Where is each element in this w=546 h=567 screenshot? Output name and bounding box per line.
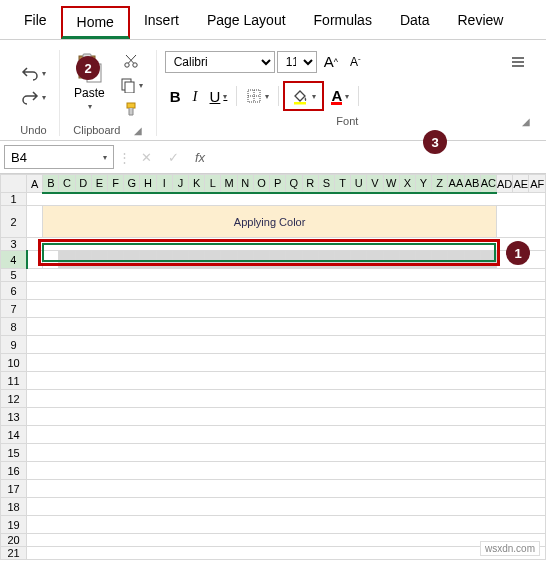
cell[interactable] xyxy=(351,251,367,269)
column-header[interactable]: AE xyxy=(513,175,529,193)
insert-function-button[interactable]: fx xyxy=(189,148,211,167)
tab-data[interactable]: Data xyxy=(386,6,444,39)
more-options-button[interactable] xyxy=(506,53,530,71)
row-header[interactable]: 11 xyxy=(1,372,27,390)
select-all-corner[interactable] xyxy=(1,175,27,193)
row-header[interactable]: 8 xyxy=(1,318,27,336)
cell[interactable] xyxy=(302,251,318,269)
row-header[interactable]: 12 xyxy=(1,390,27,408)
bold-button[interactable]: B xyxy=(165,85,186,108)
cell[interactable] xyxy=(383,251,399,269)
column-header[interactable]: F xyxy=(108,175,124,193)
name-box[interactable]: B4 ▾ xyxy=(4,145,114,169)
cell[interactable] xyxy=(318,251,334,269)
font-name-select[interactable]: Calibri xyxy=(165,51,275,73)
increase-font-button[interactable]: A^ xyxy=(319,50,343,73)
row-header[interactable]: 7 xyxy=(1,300,27,318)
borders-button[interactable]: ▾ xyxy=(241,85,274,107)
row-header[interactable]: 5 xyxy=(1,269,27,282)
enter-formula-button[interactable]: ✓ xyxy=(162,148,185,167)
column-header[interactable]: Y xyxy=(415,175,431,193)
column-header[interactable]: R xyxy=(302,175,318,193)
column-header[interactable]: A xyxy=(27,175,43,193)
underline-button[interactable]: U▾ xyxy=(205,85,233,108)
column-header[interactable]: K xyxy=(189,175,205,193)
cell[interactable] xyxy=(415,251,431,269)
cell[interactable] xyxy=(205,251,221,269)
row-header[interactable]: 14 xyxy=(1,426,27,444)
column-header[interactable]: N xyxy=(237,175,253,193)
copy-button[interactable]: ▾ xyxy=(115,74,148,96)
cell[interactable] xyxy=(189,251,205,269)
tab-insert[interactable]: Insert xyxy=(130,6,193,39)
row-header[interactable]: 3 xyxy=(1,238,27,251)
column-header[interactable]: AD xyxy=(496,175,512,193)
spreadsheet-grid[interactable]: A B C D E F G H I J K L M N O P Q R S T xyxy=(0,174,546,560)
cell-active[interactable] xyxy=(43,251,59,269)
row-header[interactable]: 16 xyxy=(1,462,27,480)
column-header[interactable]: AA xyxy=(448,175,464,193)
row-header[interactable]: 18 xyxy=(1,498,27,516)
row-header[interactable]: 13 xyxy=(1,408,27,426)
redo-button[interactable]: ▾ xyxy=(16,86,51,108)
row-header[interactable]: 19 xyxy=(1,516,27,534)
cell[interactable] xyxy=(172,251,188,269)
row-header[interactable]: 1 xyxy=(1,193,27,206)
format-painter-button[interactable] xyxy=(115,98,148,120)
row-header[interactable]: 10 xyxy=(1,354,27,372)
column-header[interactable]: AB xyxy=(464,175,480,193)
column-header[interactable]: P xyxy=(270,175,286,193)
cell[interactable] xyxy=(59,251,75,269)
row-header[interactable]: 15 xyxy=(1,444,27,462)
row-header[interactable]: 9 xyxy=(1,336,27,354)
column-header[interactable]: AC xyxy=(480,175,496,193)
cell[interactable] xyxy=(432,251,448,269)
dialog-launcher-icon[interactable]: ◢ xyxy=(522,116,530,127)
font-color-button[interactable]: A ▾ xyxy=(326,84,354,108)
decrease-font-button[interactable]: Aˇ xyxy=(345,52,366,72)
cell[interactable] xyxy=(124,251,140,269)
cell[interactable] xyxy=(91,251,107,269)
tab-file[interactable]: File xyxy=(10,6,61,39)
column-header[interactable]: O xyxy=(253,175,269,193)
column-header[interactable]: V xyxy=(367,175,383,193)
tab-review[interactable]: Review xyxy=(444,6,518,39)
cell[interactable] xyxy=(399,251,415,269)
tab-page-layout[interactable]: Page Layout xyxy=(193,6,300,39)
cell[interactable] xyxy=(237,251,253,269)
column-header[interactable]: H xyxy=(140,175,156,193)
column-header[interactable]: G xyxy=(124,175,140,193)
column-header[interactable]: T xyxy=(334,175,350,193)
formula-input[interactable] xyxy=(215,145,542,169)
column-header[interactable]: D xyxy=(75,175,91,193)
italic-button[interactable]: I xyxy=(188,85,203,108)
cell[interactable] xyxy=(334,251,350,269)
cell[interactable] xyxy=(253,251,269,269)
tab-home[interactable]: Home xyxy=(61,6,130,39)
column-header[interactable]: B xyxy=(43,175,59,193)
tab-formulas[interactable]: Formulas xyxy=(300,6,386,39)
cell[interactable] xyxy=(448,251,464,269)
row-header[interactable]: 6 xyxy=(1,282,27,300)
cell[interactable] xyxy=(156,251,172,269)
column-header[interactable]: Q xyxy=(286,175,302,193)
cell[interactable] xyxy=(464,251,480,269)
cell[interactable] xyxy=(108,251,124,269)
row-header[interactable]: 20 xyxy=(1,534,27,547)
font-size-select[interactable]: 11 xyxy=(277,51,317,73)
column-header[interactable]: AF xyxy=(529,175,546,193)
cell[interactable] xyxy=(221,251,237,269)
dialog-launcher-icon[interactable]: ◢ xyxy=(134,125,142,136)
cell[interactable] xyxy=(75,251,91,269)
column-header[interactable]: M xyxy=(221,175,237,193)
fill-color-button[interactable]: ▾ xyxy=(286,84,321,108)
cell[interactable] xyxy=(270,251,286,269)
column-header[interactable]: U xyxy=(351,175,367,193)
row-header[interactable]: 2 xyxy=(1,206,27,238)
column-header[interactable]: I xyxy=(156,175,172,193)
cancel-formula-button[interactable]: ✕ xyxy=(135,148,158,167)
row-header[interactable]: 4 xyxy=(1,251,27,269)
row-header[interactable]: 21 xyxy=(1,547,27,560)
column-header[interactable]: Z xyxy=(432,175,448,193)
cell[interactable] xyxy=(140,251,156,269)
